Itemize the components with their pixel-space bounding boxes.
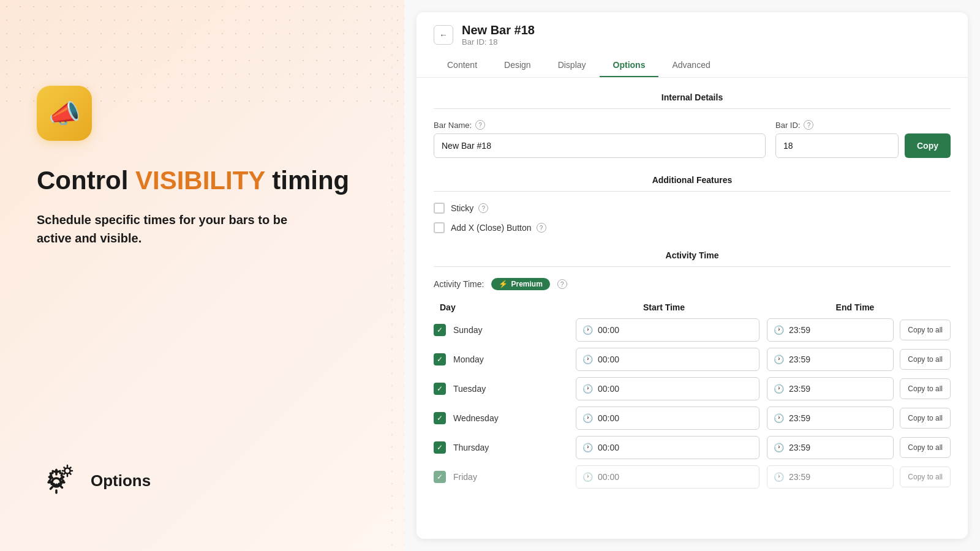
bar-title: New Bar #18 [462, 23, 535, 37]
day-cell-friday: Friday [434, 471, 568, 483]
start-value-tuesday: 00:00 [598, 384, 619, 394]
options-label: Options [91, 471, 151, 490]
copy-to-all-monday[interactable]: Copy to all [900, 349, 951, 370]
headline: Control VISIBILITY timing [37, 165, 368, 196]
activity-time-label: Activity Time: [434, 279, 484, 289]
bar-name-row: Bar Name: ? Bar ID: ? Copy [434, 120, 951, 158]
headline-highlight: VISIBILITY [135, 166, 265, 195]
bar-name-group: Bar Name: ? [434, 120, 766, 158]
tab-content[interactable]: Content [434, 54, 491, 77]
start-input-friday[interactable]: 🕐 00:00 [576, 465, 760, 489]
day-checkbox-sunday[interactable] [434, 324, 446, 336]
day-cell-tuesday: Tuesday [434, 383, 568, 395]
day-cell-wednesday: Wednesday [434, 412, 568, 424]
close-btn-label: Add X (Close) Button ? [451, 223, 546, 233]
copy-to-all-wednesday[interactable]: Copy to all [900, 408, 951, 429]
start-value-monday: 00:00 [598, 354, 619, 364]
bar-name-help-icon[interactable]: ? [475, 120, 485, 130]
clock-icon-wednesday-start: 🕐 [582, 413, 593, 423]
bar-id-help-icon[interactable]: ? [804, 120, 813, 130]
end-value-tuesday: 23:59 [789, 384, 810, 394]
back-button[interactable]: ← [434, 25, 453, 45]
end-input-tuesday[interactable]: 🕐 23:59 [767, 377, 894, 400]
tab-options[interactable]: Options [600, 54, 659, 77]
end-input-friday[interactable]: 🕐 23:59 [767, 465, 894, 489]
activity-time-help-icon[interactable]: ? [557, 279, 567, 289]
premium-label: Premium [511, 280, 542, 288]
end-input-monday[interactable]: 🕐 23:59 [767, 348, 894, 371]
bar-title-row: ← New Bar #18 Bar ID: 18 [434, 23, 951, 47]
end-value-thursday: 23:59 [789, 443, 810, 452]
sticky-checkbox[interactable] [434, 203, 445, 214]
clock-icon-thursday-start: 🕐 [582, 443, 593, 452]
clock-icon-wednesday-end: 🕐 [774, 413, 784, 423]
bar-id-group: Bar ID: ? Copy [775, 120, 951, 158]
day-checkbox-thursday[interactable] [434, 441, 446, 454]
end-cell-wednesday: 🕐 23:59 Copy to all [767, 407, 951, 430]
col-end: End Time [760, 302, 951, 312]
left-content: 📣 Control VISIBILITY timing Schedule spe… [37, 24, 368, 527]
start-input-wednesday[interactable]: 🕐 00:00 [576, 407, 760, 430]
col-start: Start Time [568, 302, 760, 312]
clock-icon-tuesday-start: 🕐 [582, 384, 593, 394]
copy-to-all-thursday[interactable]: Copy to all [900, 437, 951, 458]
copy-to-all-friday[interactable]: Copy to all [900, 467, 951, 487]
schedule-table: Day Start Time End Time Sunday 🕐 [434, 302, 951, 489]
start-cell-monday: 🕐 00:00 [576, 348, 760, 371]
activity-time-row: Activity Time: ⚡ Premium ? [434, 278, 951, 290]
bar-name-input[interactable] [434, 133, 766, 158]
gear-icon [37, 459, 80, 502]
tab-display[interactable]: Display [545, 54, 600, 77]
activity-time-section: Activity Time Activity Time: ⚡ Premium ?… [434, 250, 951, 489]
day-label-monday: Monday [453, 354, 484, 364]
copy-to-all-sunday[interactable]: Copy to all [900, 320, 951, 340]
end-value-sunday: 23:59 [789, 325, 810, 335]
bottom-section: Options [37, 459, 368, 527]
premium-icon: ⚡ [499, 280, 508, 288]
bar-id-input[interactable] [775, 133, 899, 158]
headline-pre: Control [37, 166, 135, 195]
start-input-sunday[interactable]: 🕐 00:00 [576, 318, 760, 342]
bar-id-input-row: Copy [775, 133, 951, 158]
day-label-tuesday: Tuesday [453, 384, 486, 394]
clock-icon-thursday-end: 🕐 [774, 443, 784, 452]
start-cell-thursday: 🕐 00:00 [576, 436, 760, 459]
sticky-help-icon[interactable]: ? [478, 203, 488, 213]
start-input-monday[interactable]: 🕐 00:00 [576, 348, 760, 371]
start-value-wednesday: 00:00 [598, 413, 619, 423]
subtext: Schedule specific times for your bars to… [37, 211, 306, 247]
end-input-thursday[interactable]: 🕐 23:59 [767, 436, 894, 459]
tab-design[interactable]: Design [491, 54, 545, 77]
day-checkbox-wednesday[interactable] [434, 412, 446, 424]
end-input-sunday[interactable]: 🕐 23:59 [767, 318, 894, 342]
start-input-tuesday[interactable]: 🕐 00:00 [576, 377, 760, 400]
day-checkbox-tuesday[interactable] [434, 383, 446, 395]
day-checkbox-monday[interactable] [434, 353, 446, 365]
close-btn-help-icon[interactable]: ? [537, 223, 546, 233]
bar-subtitle: Bar ID: 18 [462, 37, 535, 47]
copy-to-all-tuesday[interactable]: Copy to all [900, 378, 951, 399]
start-cell-sunday: 🕐 00:00 [576, 318, 760, 342]
schedule-header: Day Start Time End Time [434, 302, 951, 312]
start-input-thursday[interactable]: 🕐 00:00 [576, 436, 760, 459]
sticky-row: Sticky ? [434, 203, 951, 214]
end-input-wednesday[interactable]: 🕐 23:59 [767, 407, 894, 430]
day-checkbox-friday[interactable] [434, 471, 446, 483]
bar-id-label: Bar ID: ? [775, 120, 951, 130]
start-value-sunday: 00:00 [598, 325, 619, 335]
copy-button[interactable]: Copy [905, 133, 951, 158]
main-card: ← New Bar #18 Bar ID: 18 Content Design … [417, 12, 968, 539]
start-cell-friday: 🕐 00:00 [576, 465, 760, 489]
close-btn-checkbox[interactable] [434, 222, 445, 233]
tab-advanced[interactable]: Advanced [658, 54, 723, 77]
clock-icon-friday-end: 🕐 [774, 472, 784, 482]
additional-features-section: Additional Features Sticky ? Add X (Clos… [434, 175, 951, 233]
end-cell-friday: 🕐 23:59 Copy to all [767, 465, 951, 489]
schedule-row-friday: Friday 🕐 00:00 🕐 23:59 [434, 465, 951, 489]
schedule-row-wednesday: Wednesday 🕐 00:00 🕐 23:59 [434, 407, 951, 430]
day-label-friday: Friday [453, 472, 477, 482]
clock-icon-friday-start: 🕐 [582, 472, 593, 482]
card-body[interactable]: Internal Details Bar Name: ? Bar ID: ? [417, 78, 968, 539]
end-cell-sunday: 🕐 23:59 Copy to all [767, 318, 951, 342]
sticky-label: Sticky ? [451, 203, 488, 213]
